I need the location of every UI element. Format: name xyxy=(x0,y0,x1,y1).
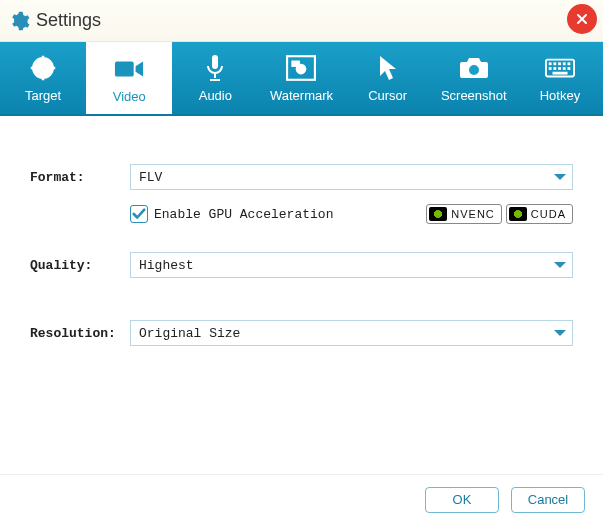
nvidia-icon xyxy=(509,207,527,221)
svg-point-0 xyxy=(33,58,52,77)
chevron-down-icon xyxy=(554,262,566,268)
tab-label: Target xyxy=(25,88,61,103)
gpu-label: Enable GPU Acceleration xyxy=(154,207,333,222)
svg-rect-16 xyxy=(567,67,570,70)
svg-rect-10 xyxy=(563,62,566,65)
close-button[interactable] xyxy=(567,4,597,34)
tab-video[interactable]: Video xyxy=(86,40,172,114)
format-label: Format: xyxy=(30,170,130,185)
gear-icon xyxy=(8,10,30,32)
nvidia-icon xyxy=(429,207,447,221)
keyboard-icon xyxy=(545,54,575,82)
svg-rect-8 xyxy=(553,62,556,65)
tabstrip: Target Video Audio Watermark Cursor Scre… xyxy=(0,42,603,116)
resolution-row: Resolution: Original Size xyxy=(30,320,573,346)
titlebar: Settings xyxy=(0,0,603,42)
svg-point-5 xyxy=(469,65,479,75)
gpu-badges: NVENC CUDA xyxy=(426,204,573,224)
cursor-icon xyxy=(373,54,403,82)
svg-rect-12 xyxy=(549,67,552,70)
resolution-select[interactable]: Original Size xyxy=(130,320,573,346)
chevron-down-icon xyxy=(554,330,566,336)
footer: OK Cancel xyxy=(0,474,603,524)
tab-screenshot[interactable]: Screenshot xyxy=(431,42,517,114)
close-icon xyxy=(574,11,590,27)
cuda-badge: CUDA xyxy=(506,204,573,224)
tab-label: Audio xyxy=(199,88,232,103)
tab-label: Hotkey xyxy=(540,88,580,103)
tab-watermark[interactable]: Watermark xyxy=(258,42,344,114)
chevron-down-icon xyxy=(554,174,566,180)
format-value: FLV xyxy=(139,170,162,185)
microphone-icon xyxy=(200,54,230,82)
tab-hotkey[interactable]: Hotkey xyxy=(517,42,603,114)
svg-rect-17 xyxy=(552,71,567,74)
quality-value: Highest xyxy=(139,258,194,273)
tab-label: Screenshot xyxy=(441,88,507,103)
resolution-value: Original Size xyxy=(139,326,240,341)
tab-target[interactable]: Target xyxy=(0,42,86,114)
gpu-row: Enable GPU Acceleration NVENC CUDA xyxy=(130,204,573,224)
window-title: Settings xyxy=(36,10,101,31)
format-select[interactable]: FLV xyxy=(130,164,573,190)
target-icon xyxy=(28,54,58,82)
settings-form: Format: FLV Enable GPU Acceleration NVEN… xyxy=(0,116,603,474)
svg-rect-11 xyxy=(567,62,570,65)
svg-rect-15 xyxy=(563,67,566,70)
gpu-checkbox[interactable] xyxy=(130,205,148,223)
check-icon xyxy=(132,207,146,221)
video-icon xyxy=(114,55,144,83)
tab-label: Video xyxy=(113,89,146,104)
svg-rect-7 xyxy=(549,62,552,65)
svg-rect-2 xyxy=(212,55,218,69)
quality-label: Quality: xyxy=(30,258,130,273)
nvenc-badge: NVENC xyxy=(426,204,502,224)
ok-button[interactable]: OK xyxy=(425,487,499,513)
quality-row: Quality: Highest xyxy=(30,252,573,278)
watermark-icon xyxy=(286,54,316,82)
tab-cursor[interactable]: Cursor xyxy=(345,42,431,114)
svg-rect-1 xyxy=(115,61,134,76)
camera-icon xyxy=(459,54,489,82)
quality-select[interactable]: Highest xyxy=(130,252,573,278)
format-row: Format: FLV xyxy=(30,164,573,190)
nvenc-text: NVENC xyxy=(451,208,495,220)
svg-rect-14 xyxy=(558,67,561,70)
svg-rect-13 xyxy=(553,67,556,70)
tab-label: Watermark xyxy=(270,88,333,103)
cancel-button[interactable]: Cancel xyxy=(511,487,585,513)
resolution-label: Resolution: xyxy=(30,326,130,341)
tab-label: Cursor xyxy=(368,88,407,103)
tab-audio[interactable]: Audio xyxy=(172,42,258,114)
cuda-text: CUDA xyxy=(531,208,566,220)
svg-rect-9 xyxy=(558,62,561,65)
